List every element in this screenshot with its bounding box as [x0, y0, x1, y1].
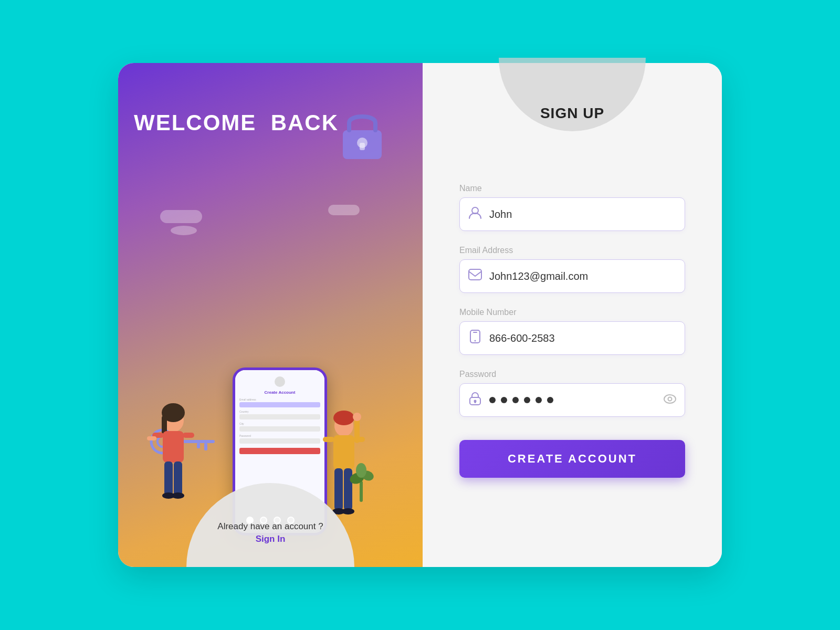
pw-dot-1 [489, 397, 496, 403]
pw-dot-6 [547, 397, 553, 403]
svg-rect-14 [147, 436, 156, 440]
mobile-field-group: Mobile Number [459, 308, 685, 355]
svg-rect-38 [473, 332, 477, 333]
carousel-dot-2[interactable] [260, 517, 267, 524]
carousel-dot-1[interactable] [246, 517, 254, 524]
signup-title-arc: SIGN UP [499, 58, 646, 131]
email-icon [468, 269, 482, 284]
svg-rect-35 [469, 269, 481, 280]
email-label: Email Address [459, 246, 685, 255]
svg-rect-2 [360, 143, 365, 150]
mobile-input[interactable] [489, 332, 676, 344]
phone-icon [468, 330, 482, 346]
lock-field-icon [468, 392, 482, 408]
svg-point-42 [664, 395, 676, 403]
mobile-label: Mobile Number [459, 308, 685, 317]
left-bottom-section: Already have an account ? Sign In [118, 483, 423, 567]
email-field-group: Email Address [459, 246, 685, 293]
phone-screen-title: Create Account [239, 390, 320, 395]
pw-dot-4 [524, 397, 530, 403]
user-icon [468, 206, 482, 223]
signup-form: Name Email Address [459, 184, 685, 478]
left-panel: WELCOME BACK [118, 63, 423, 567]
cloud-decoration-3 [328, 205, 360, 215]
cloud-decoration-1 [160, 210, 202, 223]
carousel-dot-4[interactable] [287, 517, 295, 524]
svg-point-20 [333, 411, 354, 425]
password-toggle-eye-icon[interactable] [664, 394, 676, 406]
email-input[interactable] [489, 270, 676, 282]
email-input-wrapper [459, 259, 685, 293]
pw-dot-5 [536, 397, 542, 403]
main-card: WELCOME BACK [118, 63, 722, 567]
signup-title: SIGN UP [540, 105, 604, 122]
svg-rect-24 [354, 418, 360, 443]
right-panel: SIGN UP Name Email Addre [423, 63, 722, 567]
mobile-input-wrapper [459, 321, 685, 355]
cloud-decoration-2 [171, 226, 197, 235]
name-label: Name [459, 184, 685, 193]
welcome-heading: WELCOME BACK [134, 110, 339, 135]
name-input[interactable] [489, 208, 676, 220]
create-account-button[interactable]: CREATE ACCOUNT [459, 440, 685, 478]
svg-point-33 [356, 463, 366, 478]
svg-point-37 [475, 340, 476, 342]
svg-rect-22 [323, 437, 334, 442]
pw-dot-2 [501, 397, 507, 403]
sign-in-link[interactable]: Sign In [256, 534, 286, 544]
svg-rect-13 [183, 433, 194, 438]
password-field-group: Password [459, 370, 685, 417]
svg-point-43 [668, 397, 672, 401]
svg-point-25 [353, 413, 361, 421]
password-input-wrapper [459, 383, 685, 417]
svg-rect-11 [163, 431, 184, 463]
name-field-group: Name [459, 184, 685, 231]
pw-dot-3 [512, 397, 519, 403]
password-dots-display [489, 397, 664, 403]
carousel-dots [246, 517, 295, 524]
welcome-text: WELCOME BACK [134, 110, 339, 135]
svg-rect-41 [475, 401, 476, 403]
carousel-dot-3[interactable] [274, 517, 281, 524]
password-label: Password [459, 370, 685, 379]
sign-in-arc: Already have an account ? Sign In [186, 483, 354, 567]
name-input-wrapper [459, 197, 685, 231]
lock-icon [333, 105, 391, 165]
